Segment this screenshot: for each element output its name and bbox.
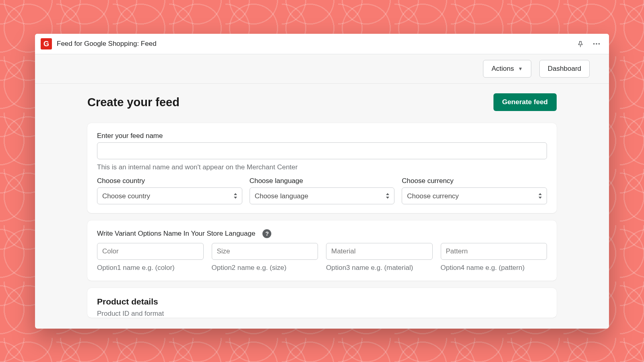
feed-name-input[interactable] xyxy=(97,142,547,159)
actions-label: Actions xyxy=(491,65,514,73)
product-details-card: Product details Product ID and format xyxy=(87,288,557,318)
toolbar: Actions ▼ Dashboard xyxy=(35,54,609,84)
page-body: Create your feed Generate feed Enter you… xyxy=(35,84,609,329)
generate-feed-button[interactable]: Generate feed xyxy=(493,93,557,111)
country-label: Choose country xyxy=(97,177,242,185)
app-title: Feed for Google Shopping: Feed xyxy=(57,40,157,48)
language-select[interactable]: Choose language xyxy=(250,187,395,204)
svg-point-2 xyxy=(599,43,600,45)
svg-point-0 xyxy=(593,43,595,45)
option2-input[interactable] xyxy=(212,243,318,260)
option3-input[interactable] xyxy=(326,243,433,260)
option1-input[interactable] xyxy=(97,243,204,260)
app-logo-icon: G xyxy=(41,38,52,49)
country-select[interactable]: Choose country xyxy=(97,187,242,204)
feed-name-helper: This is an internal name and won't appea… xyxy=(97,163,547,171)
feed-settings-card: Enter your feed name This is an internal… xyxy=(87,123,557,213)
option4-input[interactable] xyxy=(441,243,547,260)
option2-hint: Option2 name e.g. (size) xyxy=(212,264,318,272)
currency-select[interactable]: Choose currency xyxy=(402,187,547,204)
variant-options-card: Write Variant Options Name In Your Store… xyxy=(87,220,557,281)
feed-name-label: Enter your feed name xyxy=(97,132,547,140)
page-title: Create your feed xyxy=(87,96,180,109)
product-details-title: Product details xyxy=(97,297,547,306)
currency-label: Choose currency xyxy=(402,177,547,185)
product-details-subtitle: Product ID and format xyxy=(97,310,547,318)
titlebar: G Feed for Google Shopping: Feed xyxy=(35,34,609,54)
more-icon[interactable] xyxy=(590,37,603,51)
dashboard-button[interactable]: Dashboard xyxy=(539,60,590,78)
caret-down-icon: ▼ xyxy=(518,66,523,72)
option3-hint: Option3 name e.g. (material) xyxy=(326,264,433,272)
help-icon[interactable]: ? xyxy=(262,229,271,238)
app-window: G Feed for Google Shopping: Feed Actions… xyxy=(35,34,609,329)
svg-point-1 xyxy=(596,43,597,45)
variant-heading: Write Variant Options Name In Your Store… xyxy=(97,230,255,238)
option4-hint: Option4 name e.g. (pattern) xyxy=(441,264,547,272)
dashboard-label: Dashboard xyxy=(548,65,581,73)
language-label: Choose language xyxy=(250,177,395,185)
pin-icon[interactable] xyxy=(574,38,586,50)
option1-hint: Option1 name e.g. (color) xyxy=(97,264,204,272)
actions-button[interactable]: Actions ▼ xyxy=(483,60,531,78)
